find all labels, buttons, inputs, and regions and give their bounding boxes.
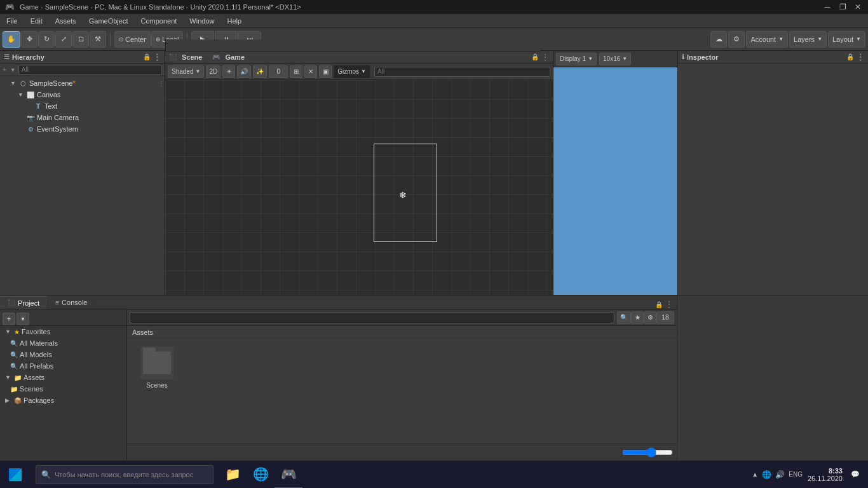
layout-dropdown[interactable]: Layout ▼: [828, 31, 865, 48]
hierarchy-item-maincamera[interactable]: 📷 Main Camera: [0, 112, 165, 123]
sidebar-favorites[interactable]: ▼ ★ Favorites: [0, 326, 126, 337]
sidebar-add-button[interactable]: +: [3, 313, 15, 325]
samplescene-icon: ⬡: [18, 80, 28, 87]
sidebar-assets[interactable]: ▼ 📁 Assets: [0, 372, 126, 383]
scene-lock-icon[interactable]: 🔒: [531, 53, 539, 60]
volume-icon[interactable]: 🔊: [775, 470, 785, 479]
network-icon[interactable]: 🌐: [762, 470, 771, 479]
scene-btn-5[interactable]: 0: [269, 65, 288, 78]
hierarchy-item-text[interactable]: T Text: [0, 100, 165, 112]
sidebar-packages[interactable]: ▶ 📦 Packages: [0, 395, 126, 406]
sidebar-scenes[interactable]: 📁 Scenes: [0, 383, 126, 395]
hierarchy-add-icon[interactable]: ▼: [10, 67, 16, 73]
project-menu-icon[interactable]: ⋮: [665, 300, 673, 309]
tab-project[interactable]: ⬛ Project: [0, 296, 48, 309]
project-search-input[interactable]: [130, 312, 614, 323]
project-star-button[interactable]: ★: [631, 311, 644, 324]
taskbar-chrome[interactable]: 🌐: [247, 461, 275, 489]
menu-gameobject[interactable]: GameObject: [83, 14, 135, 27]
scenes-folder-icon[interactable]: [140, 346, 173, 379]
hierarchy-item-samplescene[interactable]: ▼ ⬡ SampleScene* ⋮: [0, 78, 165, 89]
project-sidebar: + ▼ ▼ ★ Favorites 🔍 All Materials 🔍 All …: [0, 309, 127, 460]
hierarchy-search-input[interactable]: [18, 65, 162, 75]
2d-toggle[interactable]: 2D: [206, 65, 220, 78]
layers-dropdown[interactable]: Layers ▼: [789, 31, 827, 48]
language-label[interactable]: ENG: [789, 471, 803, 478]
project-num-button[interactable]: 18: [656, 311, 674, 324]
hierarchy-item-canvas[interactable]: ▼ ⬜ Canvas: [0, 89, 165, 100]
project-lock-icon[interactable]: 🔒: [655, 301, 663, 308]
project-settings-button[interactable]: ⚙: [644, 311, 656, 324]
gizmos-button[interactable]: Gizmos ▼: [334, 65, 370, 78]
tool-rect[interactable]: ⊡: [72, 31, 89, 48]
collab-button[interactable]: ☁: [710, 31, 727, 48]
menu-help[interactable]: Help: [220, 14, 248, 27]
system-tray: ▲ 🌐 🔊 ENG: [752, 470, 803, 479]
minimize-button[interactable]: ─: [822, 2, 832, 12]
menu-component[interactable]: Component: [134, 14, 183, 27]
taskbar-right: ▲ 🌐 🔊 ENG 8:33 26.11.2020 💬: [752, 467, 868, 482]
hierarchy-menu-icon[interactable]: ⋮: [153, 53, 161, 62]
sidebar-filter-button[interactable]: ▼: [17, 313, 29, 325]
account-dropdown[interactable]: Account ▼: [746, 31, 788, 48]
tool-rotate[interactable]: ↻: [38, 31, 55, 48]
asset-item-scenes[interactable]: Scenes: [135, 346, 179, 389]
gizmos-dropdown[interactable]: Gizmos ▼: [334, 65, 370, 78]
eventsystem-icon: ⚙: [25, 126, 36, 133]
audio-button[interactable]: 🔊: [237, 65, 251, 78]
samplescene-menu-icon[interactable]: ⋮: [158, 80, 165, 87]
menu-assets[interactable]: Assets: [49, 14, 83, 27]
center-button[interactable]: ⊙ Center: [114, 31, 151, 48]
zoom-slider[interactable]: [622, 447, 673, 458]
close-button[interactable]: ✕: [853, 2, 863, 12]
scene-btn-7[interactable]: ✕: [304, 65, 317, 78]
menu-window[interactable]: Window: [183, 14, 220, 27]
system-clock[interactable]: 8:33 26.11.2020: [808, 467, 843, 482]
tray-arrow-icon[interactable]: ▲: [752, 471, 758, 478]
taskbar-search-box[interactable]: 🔍 Чтобы начать поиск, введите здесь запр…: [36, 465, 214, 484]
text-icon: T: [33, 102, 43, 110]
inspector-lock-icon[interactable]: 🔒: [846, 53, 854, 60]
sidebar-all-prefabs[interactable]: 🔍 All Prefabs: [0, 360, 126, 372]
effects-button[interactable]: ✨: [253, 65, 267, 78]
favorites-arrow-icon: ▼: [5, 329, 13, 335]
tool-move[interactable]: ✥: [21, 31, 37, 48]
project-body: + ▼ ▼ ★ Favorites 🔍 All Materials 🔍 All …: [0, 309, 677, 460]
notification-button[interactable]: 💬: [848, 467, 863, 482]
tab-console[interactable]: ≡ Console: [48, 296, 95, 309]
menu-file[interactable]: File: [0, 14, 24, 27]
hierarchy-item-eventsystem[interactable]: ⚙ EventSystem: [0, 123, 165, 135]
tool-scale[interactable]: ⤢: [55, 31, 72, 48]
menu-edit[interactable]: Edit: [24, 14, 49, 27]
game-icon: 🎮: [212, 53, 220, 60]
sidebar-all-materials[interactable]: 🔍 All Materials: [0, 337, 126, 349]
taskbar-search-icon: 🔍: [41, 470, 51, 479]
sidebar-all-models[interactable]: 🔍 All Models: [0, 349, 126, 360]
game-title: Game: [225, 53, 245, 61]
taskbar-unity[interactable]: 🎮: [275, 461, 302, 489]
scene-search-input[interactable]: [374, 67, 550, 77]
tool-hand[interactable]: ✋: [3, 31, 20, 48]
hierarchy-lock-icon[interactable]: 🔒: [143, 53, 151, 60]
taskbar-apps: 📁 🌐 🎮: [219, 461, 302, 489]
project-main: 🔍 ★ ⚙ 18 Assets Scenes: [127, 309, 677, 460]
lighting-button[interactable]: ☀: [222, 65, 235, 78]
scene-area: ⬛ Scene 🎮 Game 🔒 ⋮ Shaded ▼ 2D: [165, 51, 553, 295]
game-panel: Display 1 ▼ 10x16 ▼: [553, 51, 677, 295]
resolution-dropdown[interactable]: 10x16 ▼: [599, 53, 631, 65]
asset-grid: Scenes: [127, 339, 677, 444]
display-dropdown[interactable]: Display 1 ▼: [556, 53, 597, 65]
scene-btn-8[interactable]: ▣: [319, 65, 332, 78]
scene-btn-6[interactable]: ⊞: [290, 65, 302, 78]
project-filter-button[interactable]: 🔍: [617, 311, 631, 324]
taskbar-explorer[interactable]: 📁: [219, 461, 247, 489]
start-button[interactable]: [0, 461, 31, 489]
inspector-title: Inspector: [687, 53, 844, 61]
shading-dropdown[interactable]: Shaded ▼: [168, 65, 204, 78]
tool-transform[interactable]: ⚒: [90, 31, 106, 48]
cloud-button[interactable]: ⚙: [728, 31, 745, 48]
scene-menu-icon[interactable]: ⋮: [541, 53, 549, 62]
maximize-button[interactable]: ❐: [837, 2, 848, 12]
canvas-arrow-icon: ▼: [18, 92, 25, 98]
inspector-menu-icon[interactable]: ⋮: [857, 53, 864, 62]
